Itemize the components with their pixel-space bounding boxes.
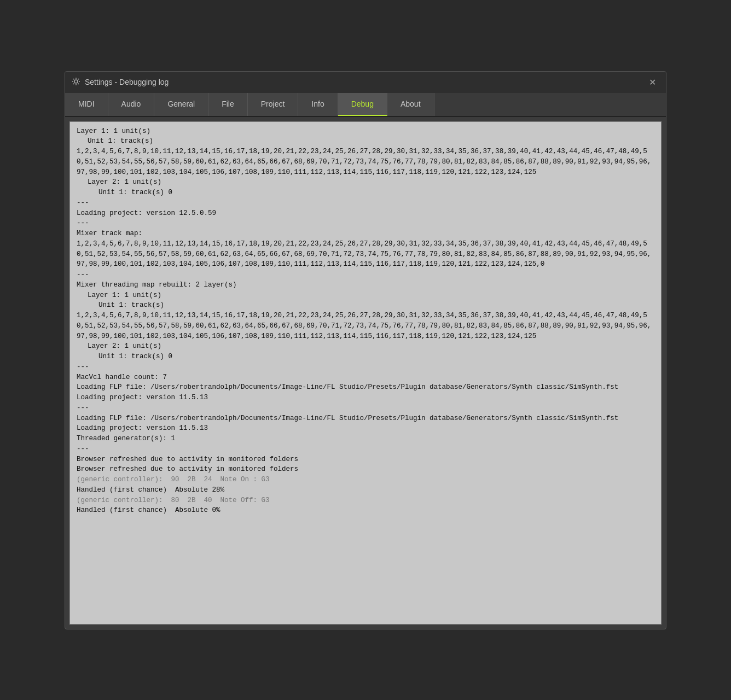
log-line: ---	[77, 362, 654, 372]
log-line: 1,2,3,4,5,6,7,8,9,10,11,12,13,14,15,16,1…	[77, 239, 654, 270]
settings-window: Settings - Debugging log ✕ MIDI Audio Ge…	[65, 71, 666, 629]
settings-icon	[72, 77, 80, 88]
tab-debug[interactable]: Debug	[338, 93, 387, 116]
log-line: Handled (first chance) Absolute 0%	[77, 505, 654, 516]
title-bar-left: Settings - Debugging log	[72, 77, 169, 88]
log-line: Unit 1: track(s) 0	[77, 188, 654, 198]
log-line: ---	[77, 198, 654, 208]
tab-about[interactable]: About	[387, 93, 434, 116]
tab-file[interactable]: File	[208, 93, 248, 116]
tab-info[interactable]: Info	[298, 93, 338, 116]
title-bar: Settings - Debugging log ✕	[65, 72, 666, 93]
log-line: ---	[77, 218, 654, 229]
svg-point-0	[74, 80, 78, 83]
log-line: (generic controller): 90 2B 24 Note On :…	[77, 475, 654, 485]
log-line: Loading project: version 11.5.13	[77, 423, 654, 434]
log-line: ---	[77, 403, 654, 413]
log-line: Layer 1: 1 unit(s)	[77, 290, 654, 301]
log-line: ---	[77, 270, 654, 280]
log-line: Loading project: version 11.5.13	[77, 393, 654, 403]
log-line: Mixer threading map rebuilt: 2 layer(s)	[77, 280, 654, 290]
log-line: 1,2,3,4,5,6,7,8,9,10,11,12,13,14,15,16,1…	[77, 311, 654, 341]
log-line: MacVcl handle count: 7	[77, 372, 654, 383]
tab-general[interactable]: General	[154, 93, 208, 116]
log-line: Browser refreshed due to activity in mon…	[77, 454, 654, 465]
log-line: Loading project: version 12.5.0.59	[77, 208, 654, 219]
tab-project[interactable]: Project	[248, 93, 299, 116]
tab-bar: MIDI Audio General File Project Info Deb…	[65, 93, 666, 117]
log-line: Unit 1: track(s)	[77, 136, 654, 147]
log-line: Layer 2: 1 unit(s)	[77, 341, 654, 352]
tab-midi[interactable]: MIDI	[65, 93, 108, 116]
log-line: Unit 1: track(s) 0	[77, 352, 654, 362]
log-line: ---	[77, 444, 654, 454]
tab-audio[interactable]: Audio	[108, 93, 155, 116]
log-line: Unit 1: track(s)	[77, 300, 654, 311]
window-title: Settings - Debugging log	[85, 78, 169, 86]
log-line: Layer 2: 1 unit(s)	[77, 177, 654, 188]
log-line: Loading FLP file: /Users/robertrandolph/…	[77, 382, 654, 393]
close-button[interactable]: ✕	[646, 76, 659, 89]
debug-log-area[interactable]: Layer 1: 1 unit(s)Unit 1: track(s)1,2,3,…	[69, 121, 662, 625]
log-line: Threaded generator(s): 1	[77, 434, 654, 444]
log-line: Loading FLP file: /Users/robertrandolph/…	[77, 413, 654, 424]
log-line: Browser refreshed due to activity in mon…	[77, 464, 654, 475]
log-line: Layer 1: 1 unit(s)	[77, 126, 654, 137]
log-line: Handled (first chance) Absolute 28%	[77, 485, 654, 495]
log-line: Mixer track map:	[77, 229, 654, 239]
log-line: (generic controller): 80 2B 40 Note Off:…	[77, 495, 654, 506]
log-line: 1,2,3,4,5,6,7,8,9,10,11,12,13,14,15,16,1…	[77, 147, 654, 177]
